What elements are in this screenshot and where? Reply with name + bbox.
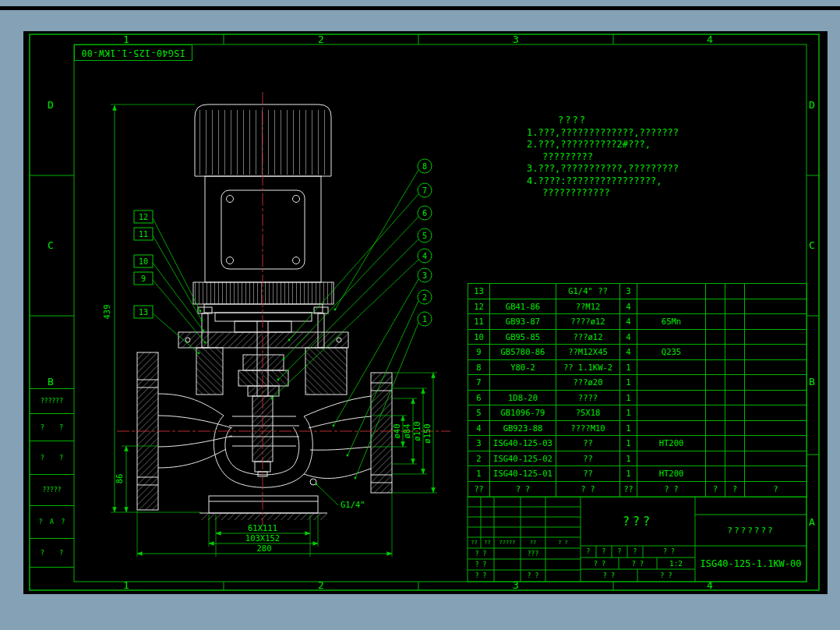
note-line: 1.???,?????????????,??????? <box>527 127 737 140</box>
titleblock-label: ? ? <box>619 557 657 569</box>
titleblock-label: ? ? <box>521 570 545 582</box>
pump-head <box>178 321 348 396</box>
zone-letter-left: D <box>48 99 54 111</box>
pump-base <box>199 479 327 520</box>
titleblock-label: ? ? <box>545 537 581 548</box>
zone-letter-left: C <box>48 239 54 251</box>
note-line: ????????? <box>542 151 737 164</box>
drawing-number-box: ISG40-125-1.1KW-00 <box>74 44 192 61</box>
zone-letter-right: A <box>809 516 815 528</box>
titleblock-label: ?? <box>468 537 481 548</box>
dim-dia-110: ø110 <box>412 421 422 441</box>
zone-letter-right: D <box>809 99 815 111</box>
zone-number-bottom: 3 <box>513 579 519 591</box>
svg-text:5: 5 <box>422 232 427 240</box>
note-line: 2.???,??????????2#???, <box>527 139 737 151</box>
zone-number-top: 1 <box>123 34 129 45</box>
balloon-box: 13 <box>134 306 153 318</box>
titleblock-label: ? <box>612 546 627 557</box>
titleblock-label: ?? <box>481 537 494 548</box>
bom-table: 13G1/4" ??3 12GB41-86??M124 11GB93-87???… <box>468 283 807 497</box>
titleblock-label: ? ? <box>468 570 494 582</box>
table-row: 4GB923-88????M101 <box>468 420 807 436</box>
svg-text:4: 4 <box>422 252 427 260</box>
svg-text:12: 12 <box>139 213 148 221</box>
zone-number-bottom: 4 <box>707 579 713 591</box>
zone-letter-left: B <box>48 376 54 388</box>
svg-text:2: 2 <box>422 293 427 302</box>
dim-overall-width: 280 <box>257 543 272 553</box>
dim-dia-84: ø84 <box>402 424 411 439</box>
balloon: 7 <box>418 183 432 197</box>
zone-number-bottom: 1 <box>123 579 129 591</box>
table-row: 1ISG40-125-01??1HT200 <box>468 466 807 482</box>
balloon-box: 9 <box>134 272 153 285</box>
zone-letter-right: B <box>809 376 815 388</box>
table-row: 8Y80-2?? 1.1KW-21 <box>468 359 807 375</box>
product-name: ??? <box>581 507 695 536</box>
impeller <box>229 396 299 476</box>
margin-block: ? ? <box>30 441 74 474</box>
svg-text:6: 6 <box>422 209 427 218</box>
table-row: 13G1/4" ??3 <box>468 284 807 299</box>
titleblock-label: ? <box>581 546 596 557</box>
zone-letter-right: C <box>809 239 815 251</box>
svg-text:3: 3 <box>422 271 427 280</box>
scale-value: 1:2 <box>657 557 695 569</box>
cad-viewer-page: { "colors": { "page_bg": "#84a1b6", "can… <box>0 0 840 630</box>
titleblock-label: ? ? <box>643 546 695 557</box>
technical-notes: ???? 1.???,?????????????,??????? 2.???,?… <box>527 115 737 200</box>
note-line: 3.???,???????????,????????? <box>527 163 737 175</box>
table-row: 2ISG40-125-02??1 <box>468 451 807 466</box>
dim-drain-thread: G1/4" <box>341 500 365 509</box>
balloon-box: 12 <box>134 211 153 223</box>
margin-block: ? ? <box>30 413 74 441</box>
table-row: 7???ø201 <box>468 375 807 391</box>
table-row: 3ISG40-125-03??1HT200 <box>468 436 807 451</box>
dim-dia-150: ø150 <box>422 423 432 443</box>
balloon-box: 10 <box>134 255 153 267</box>
margin-block: ? A ? <box>30 505 74 538</box>
pump-drawing <box>137 104 392 520</box>
table-row: 9GB5780-86??M12X454Q235 <box>468 345 807 360</box>
table-row: 12GB41-86??M124 <box>468 299 807 314</box>
zone-number-top: 3 <box>513 34 519 45</box>
svg-text:1: 1 <box>422 315 427 324</box>
table-row: 11GB93-87????ø12465Mn <box>468 314 807 330</box>
zone-number-bottom: 2 <box>318 579 324 591</box>
table-row: 5GB1096-79?5X181 <box>468 405 807 421</box>
titleblock-label: ? ? <box>581 557 619 569</box>
margin-block: ? ? <box>30 538 74 568</box>
balloon: 5 <box>418 228 432 242</box>
motor <box>193 104 334 348</box>
titleblock-label: ????? <box>494 537 521 548</box>
note-line: 4.????:????????????????, <box>527 175 737 188</box>
table-row: 61D8-20????1 <box>468 390 807 405</box>
svg-text:9: 9 <box>141 274 146 283</box>
titleblock-label: ? <box>596 546 612 557</box>
svg-text:11: 11 <box>139 230 148 239</box>
margin-block: ?????? <box>30 388 74 413</box>
margin-blocks: ?????? ? ? ? ? ????? ? A ? ? ? <box>30 388 74 568</box>
drawing-number-rotated: ISG40-125-1.1KW-00 <box>81 48 185 58</box>
titleblock-label: ? <box>627 546 643 557</box>
titleblock-drawing-number: ISG40-125-1.1KW-00 <box>695 547 806 580</box>
balloon: 2 <box>418 290 432 304</box>
zone-number-top: 4 <box>707 34 713 45</box>
table-row: 10GB95-85???ø124 <box>468 329 807 345</box>
svg-text:13: 13 <box>139 308 148 317</box>
notes-title: ???? <box>558 115 737 127</box>
titleblock-label: ? ? <box>581 569 637 582</box>
titleblock-label: ? ? <box>637 569 695 582</box>
dim-dia-40: ø40 <box>392 424 401 439</box>
titleblock-label: ? ? <box>468 559 494 570</box>
dim-bolt-spacing: 61X111 <box>248 523 277 533</box>
dim-base-height: 86 <box>115 474 124 484</box>
dim-overall-height: 439 <box>102 305 111 320</box>
balloon: 8 <box>418 159 432 173</box>
margin-block: ????? <box>30 474 74 505</box>
bom-header-row: ??? ? ? ??? ? ?? ?? <box>468 481 807 497</box>
balloon: 4 <box>418 249 432 263</box>
titleblock-label: ?? <box>521 537 545 548</box>
titleblock-label: ??? <box>521 548 545 559</box>
